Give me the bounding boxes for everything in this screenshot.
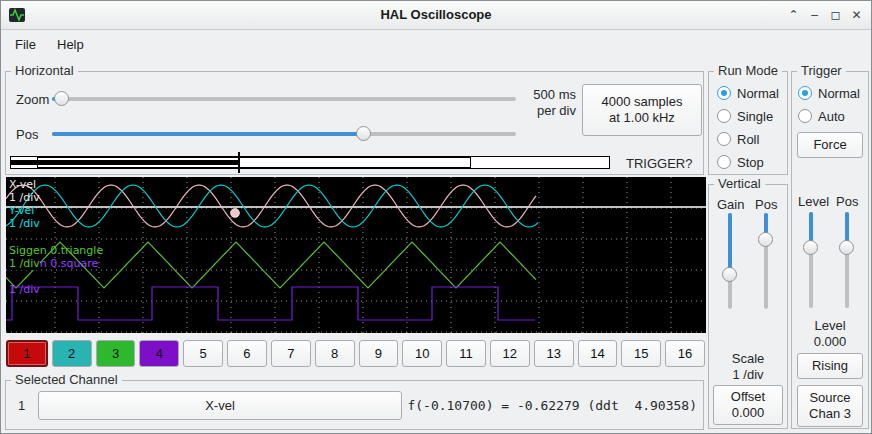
trigger-pos-label: Pos	[836, 194, 858, 209]
trigger-question-label: TRIGGER?	[626, 156, 692, 171]
force-button-label: Force	[813, 137, 846, 153]
samples-button[interactable]: 4000 samples at 1.00 kHz	[582, 84, 702, 136]
radio-normal[interactable]: Normal	[717, 84, 779, 102]
timebase-unit: per div	[514, 103, 576, 119]
channel-button-10[interactable]: 10	[402, 340, 442, 367]
gain-slider-handle[interactable]	[722, 267, 737, 282]
gain-label: Gain	[717, 197, 744, 212]
trigger-pos-slider[interactable]	[838, 212, 856, 308]
radio-stop[interactable]: Stop	[717, 153, 764, 171]
shade-button[interactable]: ⌃	[783, 5, 804, 25]
scale-label: Scale	[709, 351, 787, 366]
radio-circle-icon	[717, 132, 731, 146]
vertical-group-title: Vertical	[714, 176, 765, 191]
trace-y-vel	[6, 185, 538, 227]
trigger-level-readout-value: 0.000	[792, 334, 868, 349]
radio-normal[interactable]: Normal	[798, 84, 860, 102]
channel-button-1[interactable]: 1	[6, 340, 48, 367]
vertical-pos-slider[interactable]	[757, 213, 775, 309]
menu-bar: File Help	[1, 30, 871, 58]
channel-button-4[interactable]: 4	[139, 340, 179, 367]
force-trigger-button[interactable]: Force	[797, 132, 863, 158]
channel-button-3[interactable]: 3	[96, 340, 136, 367]
close-button[interactable]: ✕	[846, 5, 867, 25]
channel-button-9[interactable]: 9	[359, 340, 399, 367]
channel-button-5[interactable]: 5	[183, 340, 223, 367]
radio-label: Single	[737, 109, 773, 124]
menu-file[interactable]: File	[7, 34, 44, 55]
trace-siggen-0-square	[6, 287, 535, 320]
trace-x-vel	[6, 185, 536, 227]
radio-single[interactable]: Single	[717, 107, 773, 125]
channel-name-button[interactable]: X-vel	[38, 391, 402, 420]
trigger-level-readout-label: Level	[792, 318, 868, 333]
samples-button-line2: at 1.00 kHz	[609, 110, 675, 126]
samples-button-line1: 4000 samples	[602, 94, 683, 110]
channel-button-14[interactable]: 14	[578, 340, 618, 367]
channel-value-readout: f(-0.10700) = -0.62279 (ddt 4.90358)	[407, 398, 697, 413]
trigger-level-handle[interactable]	[803, 240, 818, 255]
radio-auto[interactable]: Auto	[798, 107, 845, 125]
trigger-level-slider[interactable]	[802, 212, 820, 308]
channel-button-16[interactable]: 16	[665, 340, 705, 367]
trigger-level-label: Level	[798, 194, 829, 209]
channel-button-2[interactable]: 2	[52, 340, 92, 367]
trigger-group: Trigger Force Level Pos Level 0.000 Risi…	[791, 71, 869, 429]
scope-display: X-vel1 /divY-vel1 /divSiggen 0.triangleS…	[6, 177, 706, 333]
radio-roll[interactable]: Roll	[717, 130, 759, 148]
trigger-pos-handle[interactable]	[839, 240, 854, 255]
trigger-source-line2: Chan 3	[809, 406, 851, 422]
menu-help[interactable]: Help	[49, 34, 92, 55]
channel-button-7[interactable]: 7	[271, 340, 311, 367]
zoom-slider-groove	[52, 97, 516, 101]
offset-button-value: 0.000	[732, 405, 765, 421]
scope-label-1-div: 1 /div	[9, 218, 40, 230]
zoom-slider-handle[interactable]	[54, 91, 69, 106]
radio-circle-icon	[717, 109, 731, 123]
scale-value: 1 /div	[709, 367, 787, 382]
pos-slider-handle[interactable]	[356, 126, 371, 141]
horizontal-pos-slider[interactable]	[52, 125, 516, 143]
timebase-readout: 500 ms per div	[514, 87, 576, 119]
channel-button-6[interactable]: 6	[227, 340, 267, 367]
trigger-source-line1: Source	[809, 390, 850, 406]
channel-button-12[interactable]: 12	[490, 340, 530, 367]
app-window: HAL Oscilloscope ⌃ – ◻ ✕ File Help Horiz…	[0, 0, 872, 434]
channel-button-13[interactable]: 13	[534, 340, 574, 367]
trigger-position-marker	[238, 152, 240, 173]
channel-button-row: 12345678910111213141516	[6, 340, 705, 367]
title-bar[interactable]: HAL Oscilloscope ⌃ – ◻ ✕	[1, 1, 871, 30]
trigger-edge-button[interactable]: Rising	[797, 353, 863, 379]
scope-label-siggen-0-triangle: Siggen 0.triangle	[9, 245, 103, 257]
vertical-pos-handle[interactable]	[758, 232, 773, 247]
radio-label: Roll	[737, 132, 759, 147]
scope-label-1-div: 1 /div	[9, 284, 40, 296]
trigger-group-title: Trigger	[797, 63, 846, 78]
radio-label: Auto	[818, 109, 845, 124]
gain-slider[interactable]	[721, 213, 739, 309]
gain-slider-fill	[728, 213, 732, 274]
channel-button-15[interactable]: 15	[621, 340, 661, 367]
horizontal-group: Horizontal Zoom 500 ms per div 4000 samp…	[5, 71, 704, 175]
horizontal-group-title: Horizontal	[11, 63, 78, 78]
offset-button[interactable]: Offset 0.000	[713, 385, 783, 425]
zoom-label: Zoom	[16, 92, 49, 107]
minimize-button[interactable]: –	[804, 5, 825, 25]
zoom-slider[interactable]	[52, 90, 516, 108]
maximize-button[interactable]: ◻	[825, 5, 846, 25]
channel-button-8[interactable]: 8	[315, 340, 355, 367]
radio-label: Normal	[737, 86, 779, 101]
channel-name-button-label: X-vel	[205, 398, 235, 414]
scope-canvas	[6, 177, 706, 333]
radio-label: Stop	[737, 155, 764, 170]
scope-label-1-div: 1 /div	[9, 192, 40, 204]
scope-label-x-vel: X-vel	[9, 179, 36, 191]
trigger-source-button[interactable]: Source Chan 3	[797, 385, 863, 427]
channel-button-11[interactable]: 11	[446, 340, 486, 367]
radio-circle-icon	[717, 155, 731, 169]
offset-button-label: Offset	[731, 389, 765, 405]
record-position-bar	[10, 154, 612, 171]
window-title: HAL Oscilloscope	[1, 7, 871, 22]
radio-circle-icon	[798, 109, 812, 123]
trigger-edge-button-label: Rising	[812, 358, 848, 374]
